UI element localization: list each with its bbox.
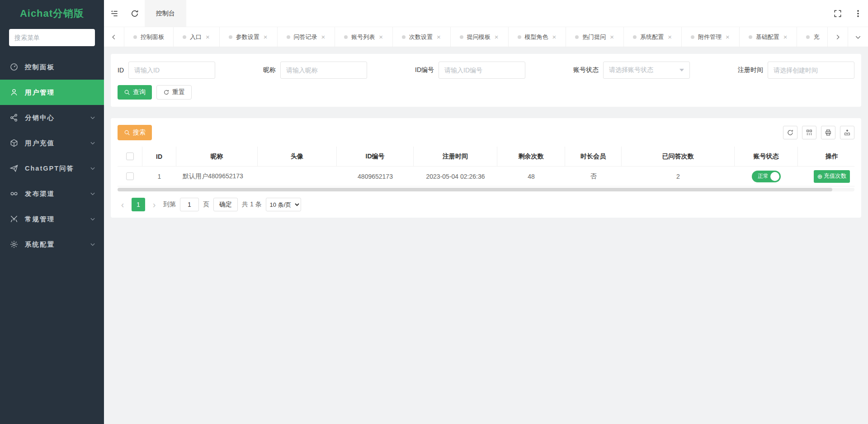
tab-hot-questions[interactable]: 热门提问× [566,27,624,47]
recharge-count-button[interactable]: ⊕ 充值次数 [814,170,850,183]
tab-label: 次数设置 [409,33,433,41]
tab-attachments[interactable]: 附件管理× [682,27,740,47]
tab-dashboard[interactable]: 控制面板 [124,27,174,47]
column-header-avatar: 头像 [258,147,337,166]
table-search-button[interactable]: 搜索 [118,125,152,140]
sidebar-item-users[interactable]: 用户管理 [0,80,104,105]
query-button[interactable]: 查询 [118,85,152,100]
tab-close-icon[interactable]: × [494,33,499,40]
tools-icon [9,214,19,224]
filter-row: ID 昵称 ID编号 账号状态 请选择账号状态 [118,62,854,79]
tab-close-icon[interactable]: × [552,33,557,40]
tab-dot [287,35,290,39]
sidebar-item-general[interactable]: 常规管理 [0,206,104,232]
tab-label: 附件管理 [698,33,722,41]
table-refresh-button[interactable] [783,126,797,139]
sidebar-item-system[interactable]: 系统配置 [0,232,104,257]
tab-dot [518,35,521,39]
tab-dot [344,35,348,39]
reset-button[interactable]: 重置 [156,85,192,100]
cell-id: 1 [142,167,176,186]
console-nav-tab[interactable]: 控制台 [145,0,186,27]
cell-regtime: 2023-05-04 02:26:36 [414,167,497,186]
tab-close-icon[interactable]: × [378,33,383,40]
page-number-1[interactable]: 1 [132,198,145,211]
tab-system-config[interactable]: 系统配置× [624,27,682,47]
page-content: ID 昵称 ID编号 账号状态 请选择账号状态 [104,47,868,424]
export-button[interactable] [840,126,854,139]
status-toggle[interactable]: 正常 [752,171,781,182]
tab-close-icon[interactable]: × [205,33,210,40]
tab-count-settings[interactable]: 次数设置× [393,27,451,47]
tab-dot [749,35,752,39]
tab-recharge-truncated[interactable]: 充 [797,27,827,47]
collapse-sidebar-button[interactable] [104,0,124,27]
tab-label: 提问模板 [467,33,491,41]
tab-question-template[interactable]: 提问模板× [451,27,509,47]
sidebar-item-label: 系统配置 [25,240,90,249]
tab-model-roles[interactable]: 模型角色× [509,27,566,47]
scrollbar-thumb[interactable] [118,188,832,191]
tab-entry[interactable]: 入口× [174,27,220,47]
tab-close-icon[interactable]: × [436,33,441,40]
field-label: ID [118,67,124,74]
nickname-input[interactable] [280,62,367,79]
tab-close-icon[interactable]: × [667,33,672,40]
sidebar-item-recharge[interactable]: 用户充值 [0,130,104,156]
sidebar-item-dashboard[interactable]: 控制面板 [0,54,104,80]
tab-close-icon[interactable]: × [783,33,788,40]
column-header-nickname: 昵称 [176,147,258,166]
fullscreen-button[interactable] [827,0,848,27]
filter-buttons: 查询 重置 [118,85,854,100]
gear-icon [9,240,19,249]
open-tabs-bar: 控制面板 入口× 参数设置× 问答记录× 账号列表× 次数设置× 提问模板× 模… [104,27,868,47]
column-header-id: ID [142,147,176,166]
tab-qa-records[interactable]: 问答记录× [278,27,335,47]
id-number-input[interactable] [439,62,525,79]
print-button[interactable] [821,126,835,139]
table-tools [783,126,854,139]
confirm-page-button[interactable]: 确定 [213,198,238,211]
data-table: ID 昵称 头像 ID编号 注册时间 剩余次数 时长会员 已问答次数 账号状态 … [118,147,854,191]
sidebar-item-channels[interactable]: 发布渠道 [0,181,104,206]
goto-page-input[interactable] [180,198,199,211]
sidebar-item-distribution[interactable]: 分销中心 [0,105,104,130]
select-all-checkbox[interactable] [126,152,134,160]
cell-remaining: 48 [497,167,565,186]
sidebar-item-label: 分销中心 [25,114,90,122]
next-page-button[interactable]: › [149,198,159,211]
status-toggle-label: 正常 [756,172,770,180]
refresh-page-button[interactable] [124,0,145,27]
cell-nickname: 默认用户4809652173 [176,167,258,186]
tabs-scroll-left-button[interactable] [104,27,124,47]
tab-dot [229,35,232,39]
tab-close-icon[interactable]: × [725,33,730,40]
tab-close-icon[interactable]: × [609,33,614,40]
cube-icon [9,138,19,148]
register-time-input[interactable] [768,62,854,79]
column-settings-button[interactable] [802,126,816,139]
table-toolbar: 搜索 [118,125,854,140]
tab-basic-config[interactable]: 基础配置× [740,27,797,47]
horizontal-scrollbar[interactable] [118,188,854,191]
tab-account-list[interactable]: 账号列表× [335,27,393,47]
account-status-select[interactable]: 请选择账号状态 [603,62,690,79]
more-menu-button[interactable] [848,0,868,27]
prev-page-button[interactable]: ‹ [118,198,127,211]
field-label: 账号状态 [573,66,599,74]
query-button-label: 查询 [133,88,146,96]
tab-close-icon[interactable]: × [321,33,326,40]
tab-params[interactable]: 参数设置× [220,27,278,47]
tabs-scroll-right-button[interactable] [827,27,848,47]
menu-search-input[interactable] [9,29,95,46]
page-size-select[interactable]: 10 条/页 [266,198,301,211]
tab-close-icon[interactable]: × [263,33,268,40]
tabs-dropdown-button[interactable] [848,27,868,47]
console-nav-label: 控制台 [156,10,175,18]
filter-field-regtime: 注册时间 [738,62,854,79]
recharge-button-label: 充值次数 [824,172,846,180]
refresh-icon [787,129,794,136]
row-checkbox[interactable] [126,172,134,180]
id-input[interactable] [128,62,215,79]
sidebar-item-chatgpt[interactable]: ChatGPT问答 [0,156,104,181]
